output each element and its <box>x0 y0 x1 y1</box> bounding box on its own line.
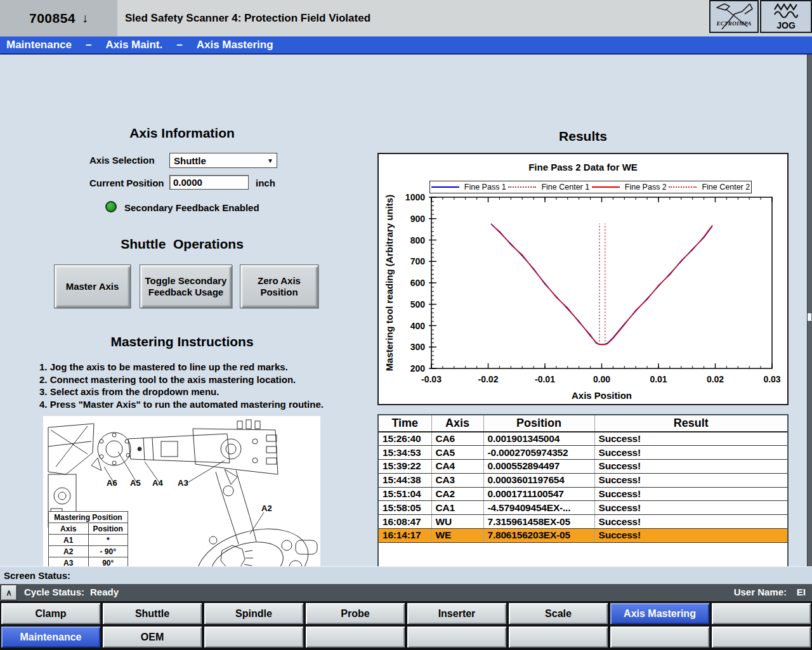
mastering-position-cell: - 90° <box>88 546 128 557</box>
softkey-clamp[interactable]: Clamp <box>1 602 101 625</box>
results-cell-axis: CA6 <box>431 432 483 446</box>
svg-text:700: 700 <box>410 256 426 266</box>
softkey-oem[interactable]: OEM <box>102 626 202 648</box>
axis-selection-value: Shuttle <box>174 155 206 166</box>
svg-text:Axis Position: Axis Position <box>572 390 632 401</box>
results-title: Results <box>377 129 789 144</box>
breadcrumb-maintenance[interactable]: Maintenance <box>6 39 72 51</box>
instruction-step-1: 1. Jog the axis to be mastered to line u… <box>39 361 337 374</box>
results-cell-result: Success! <box>594 487 787 501</box>
axis-selection-dropdown[interactable]: Shuttle ▼ <box>169 153 277 168</box>
mastering-table-title: Mastering Position <box>49 512 128 523</box>
svg-text:0.01: 0.01 <box>650 374 667 384</box>
softkey-empty[interactable] <box>407 626 507 648</box>
current-position-input[interactable] <box>169 175 249 190</box>
mastering-instructions-title: Mastering Instructions <box>38 334 326 349</box>
zero-axis-position-button[interactable]: Zero Axis Position <box>240 264 318 308</box>
svg-text:800: 800 <box>410 235 426 245</box>
softkey-axis-mastering[interactable]: Axis Mastering <box>610 602 710 625</box>
breadcrumb-axis-mastering[interactable]: Axis Mastering <box>197 39 273 51</box>
machine-id: 700854 <box>29 11 75 26</box>
current-position-label: Current Position <box>89 178 164 188</box>
softkey-spindle[interactable]: Spindle <box>204 602 304 625</box>
results-cell-result: Success! <box>594 529 787 543</box>
mastering-position-cell: * <box>88 535 128 546</box>
svg-text:0.03: 0.03 <box>763 374 780 384</box>
scrollbar[interactable] <box>807 55 812 566</box>
results-cell-result: Success! <box>594 460 787 474</box>
svg-text:-0.01: -0.01 <box>535 374 555 384</box>
mastering-axis-cell: A1 <box>49 535 89 546</box>
results-table-row[interactable]: 15:26:40CA60.001901345004Success! <box>379 432 787 446</box>
softkey-empty[interactable] <box>610 626 710 648</box>
softkey-row-1: ClampShuttleSpindleProbeInserterScaleAxi… <box>0 602 812 625</box>
jog-mode-button[interactable]: JOG <box>760 0 812 33</box>
softkey-shuttle[interactable]: Shuttle <box>102 602 202 625</box>
results-cell-result: Success! <box>594 473 787 487</box>
softkey-row-2: MaintenanceOEM <box>0 626 812 648</box>
results-table: TimeAxisPositionResult 15:26:40CA60.0019… <box>379 415 787 543</box>
cycle-status-label: Cycle Status: <box>24 587 84 597</box>
results-table-row[interactable]: 15:51:04CA20.0001711100547Success! <box>379 487 787 501</box>
results-table-row[interactable]: 15:39:22CA40.000552894497Success! <box>379 460 787 474</box>
results-cell-time: 16:08:47 <box>379 515 431 529</box>
breadcrumb-axis-maint[interactable]: Axis Maint. <box>105 39 162 51</box>
softkey-probe[interactable]: Probe <box>305 602 405 625</box>
softkey-empty[interactable] <box>508 626 608 648</box>
axis-label-a4: A4 <box>152 478 163 488</box>
axis-label-a3: A3 <box>178 478 188 488</box>
softkey-grid: ClampShuttleSpindleProbeInserterScaleAxi… <box>0 601 812 650</box>
master-axis-button[interactable]: Master Axis <box>54 264 131 308</box>
softkey-empty[interactable] <box>305 626 405 648</box>
results-table-row[interactable]: 15:34:53CA5-0.0002705974352Success! <box>379 446 787 460</box>
softkey-empty[interactable] <box>711 602 811 625</box>
results-column-header: Position <box>483 415 594 432</box>
softkey-maintenance[interactable]: Maintenance <box>1 626 101 648</box>
cycle-status-bar: ∧ Cycle Status: Ready User Name: EI <box>0 584 812 601</box>
mastering-table-header-row: AxisPosition <box>49 523 128 535</box>
secondary-feedback-led <box>105 201 117 212</box>
results-cell-axis: CA3 <box>431 473 483 487</box>
results-cell-result: Success! <box>594 501 787 515</box>
results-table-row[interactable]: 15:44:38CA30.0003601197654Success! <box>379 473 787 487</box>
results-cell-position: -0.0002705974352 <box>483 446 594 460</box>
svg-text:0.02: 0.02 <box>707 374 724 384</box>
results-column-header: Result <box>594 415 787 432</box>
results-cell-position: 0.000552894497 <box>483 460 594 474</box>
results-cell-result: Success! <box>594 432 787 446</box>
main-area: Axis Information Axis Selection Shuttle … <box>0 55 812 566</box>
results-cell-position: 0.0001711100547 <box>483 487 594 501</box>
svg-text:300: 300 <box>410 342 426 352</box>
toggle-secondary-feedback-button[interactable]: Toggle Secondary Feedback Usage <box>140 264 232 308</box>
softkey-inserter[interactable]: Inserter <box>407 602 507 625</box>
instruction-step-2: 2. Connect mastering tool to the axis ma… <box>39 374 337 386</box>
softkey-empty[interactable] <box>711 626 811 648</box>
results-cell-position: 7.315961458EX-05 <box>483 515 594 529</box>
chevron-down-icon: ▼ <box>267 157 273 164</box>
softkey-empty[interactable] <box>204 626 304 648</box>
axis-label-a2: A2 <box>261 504 272 513</box>
results-table-row-selected[interactable]: 16:14:17WE7.806156203EX-05Success! <box>379 529 787 543</box>
results-cell-time: 15:39:22 <box>379 460 431 474</box>
electroimpact-logo-icon: ECTROIMPA <box>709 0 759 33</box>
mastering-axis-cell: A2 <box>49 546 89 557</box>
mastering-instructions-list: 1. Jog the axis to be mastered to line u… <box>39 361 337 410</box>
series-fine-pass-2 <box>492 225 712 344</box>
axis-label-a5: A5 <box>130 478 141 488</box>
results-cell-time: 15:51:04 <box>379 487 431 501</box>
softkey-scale[interactable]: Scale <box>508 602 608 625</box>
alarm-message-bar: Sled Safety Scanner 4: Protection Field … <box>117 0 709 36</box>
screen-status-label: Screen Status: <box>4 570 70 581</box>
machine-id-box[interactable]: 700854 ↓ <box>0 0 117 36</box>
axis-selection-label: Axis Selection <box>89 155 155 166</box>
collapse-chevron-button[interactable]: ∧ <box>1 585 17 601</box>
results-table-row[interactable]: 16:08:47WU7.315961458EX-05Success! <box>379 515 787 529</box>
results-cell-position: 7.806156203EX-05 <box>483 529 594 543</box>
results-cell-result: Success! <box>594 515 787 529</box>
logo-text: ECTROIMPA <box>710 20 757 27</box>
results-table-row[interactable]: 15:58:05CA1-4.579409454EX-...Success! <box>379 501 787 515</box>
results-cell-axis: CA5 <box>431 446 483 460</box>
chart-plot: -0.03-0.02-0.010.000.010.020.03200300400… <box>379 154 787 404</box>
scrollbar-handle[interactable] <box>808 313 811 321</box>
results-cell-position: 0.001901345004 <box>483 432 594 446</box>
